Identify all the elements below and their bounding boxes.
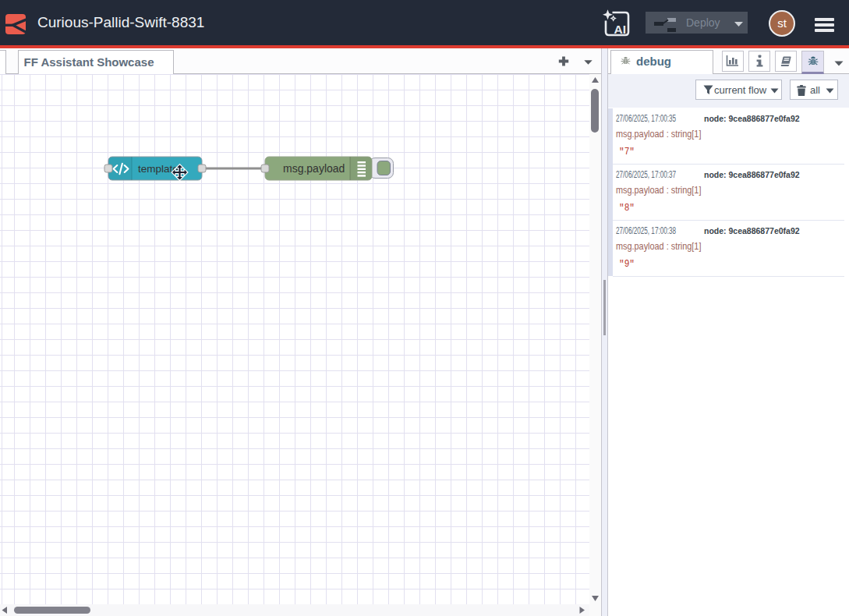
svg-text:msg.payload: msg.payload <box>283 162 345 175</box>
svg-text:AI: AI <box>614 23 627 36</box>
